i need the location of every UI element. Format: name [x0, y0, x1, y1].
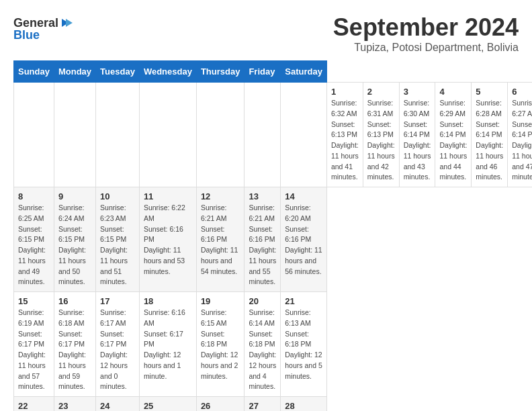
calendar-cell: [14, 83, 54, 187]
day-number: 14: [285, 191, 322, 201]
day-number: 27: [249, 401, 276, 411]
month-title: September 2024: [333, 13, 519, 42]
calendar-cell: [139, 83, 196, 187]
calendar-cell: 10 Sunrise: 6:23 AMSunset: 6:15 PMDaylig…: [96, 187, 140, 292]
day-info: Sunrise: 6:19 AMSunset: 6:17 PMDaylight:…: [18, 308, 50, 392]
calendar-cell: 14 Sunrise: 6:20 AMSunset: 6:16 PMDaylig…: [281, 187, 327, 292]
day-number: 22: [18, 401, 50, 411]
day-info: Sunrise: 6:21 AMSunset: 6:16 PMDaylight:…: [201, 203, 240, 277]
day-number: 19: [201, 296, 240, 306]
day-info: Sunrise: 6:18 AMSunset: 6:17 PMDaylight:…: [58, 308, 91, 392]
day-info: Sunrise: 6:24 AMSunset: 6:15 PMDaylight:…: [58, 203, 91, 287]
calendar-cell: 24 Sunrise: 6:10 AMSunset: 6:19 PMDaylig…: [96, 397, 140, 412]
day-number: 9: [58, 191, 91, 201]
calendar-cell: 16 Sunrise: 6:18 AMSunset: 6:17 PMDaylig…: [54, 292, 95, 397]
day-number: 5: [476, 87, 503, 97]
logo-icon: General Blue: [13, 13, 74, 44]
day-info: Sunrise: 6:27 AMSunset: 6:14 PMDaylight:…: [512, 98, 532, 183]
location-subtitle: Tupiza, Potosi Department, Bolivia: [333, 42, 519, 54]
day-number: 16: [58, 296, 91, 306]
calendar-cell: 4 Sunrise: 6:29 AMSunset: 6:14 PMDayligh…: [435, 83, 472, 187]
day-info: Sunrise: 6:21 AMSunset: 6:16 PMDaylight:…: [249, 203, 276, 287]
col-monday: Monday: [54, 61, 95, 83]
day-number: 15: [18, 296, 50, 306]
day-info: Sunrise: 6:32 AMSunset: 6:13 PMDaylight:…: [331, 98, 359, 183]
page-header: General Blue September 2024 Tupiza, Poto…: [13, 13, 519, 54]
day-number: 12: [201, 191, 240, 201]
day-number: 4: [439, 87, 467, 97]
day-number: 8: [18, 191, 50, 201]
calendar-cell: [281, 83, 327, 187]
day-number: 1: [331, 87, 359, 97]
calendar-cell: 8 Sunrise: 6:25 AMSunset: 6:15 PMDayligh…: [14, 187, 54, 292]
day-number: 25: [144, 401, 192, 411]
day-info: Sunrise: 6:28 AMSunset: 6:14 PMDaylight:…: [476, 98, 503, 183]
calendar-table: Sunday Monday Tuesday Wednesday Thursday…: [13, 60, 532, 411]
calendar-cell: 9 Sunrise: 6:24 AMSunset: 6:15 PMDayligh…: [54, 187, 95, 292]
svg-text:Blue: Blue: [13, 28, 40, 42]
day-info: Sunrise: 6:14 AMSunset: 6:18 PMDaylight:…: [249, 308, 276, 392]
calendar-cell: 17 Sunrise: 6:17 AMSunset: 6:17 PMDaylig…: [96, 292, 140, 397]
calendar-cell: 26 Sunrise: 6:08 AMSunset: 6:19 PMDaylig…: [196, 397, 245, 412]
day-info: Sunrise: 6:30 AMSunset: 6:14 PMDaylight:…: [404, 98, 431, 183]
calendar-cell: [54, 83, 95, 187]
calendar-cell: [196, 83, 245, 187]
day-number: 13: [249, 191, 276, 201]
calendar-cell: 28 Sunrise: 6:06 AMSunset: 6:20 PMDaylig…: [281, 397, 327, 412]
day-info: Sunrise: 6:17 AMSunset: 6:17 PMDaylight:…: [100, 308, 135, 392]
calendar-cell: [96, 83, 140, 187]
day-info: Sunrise: 6:13 AMSunset: 6:18 PMDaylight:…: [285, 308, 322, 381]
day-number: 20: [249, 296, 276, 306]
calendar-cell: 5 Sunrise: 6:28 AMSunset: 6:14 PMDayligh…: [472, 83, 508, 187]
day-number: 24: [100, 401, 135, 411]
day-number: 3: [404, 87, 431, 97]
header-row: Sunday Monday Tuesday Wednesday Thursday…: [14, 61, 533, 83]
calendar-cell: 19 Sunrise: 6:15 AMSunset: 6:18 PMDaylig…: [196, 292, 245, 397]
calendar-cell: 15 Sunrise: 6:19 AMSunset: 6:17 PMDaylig…: [14, 292, 54, 397]
calendar-cell: [245, 83, 281, 187]
day-info: Sunrise: 6:25 AMSunset: 6:15 PMDaylight:…: [18, 203, 50, 287]
calendar-cell: 23 Sunrise: 6:11 AMSunset: 6:19 PMDaylig…: [54, 397, 95, 412]
col-thursday: Thursday: [196, 61, 245, 83]
day-number: 21: [285, 296, 322, 306]
day-info: Sunrise: 6:15 AMSunset: 6:18 PMDaylight:…: [201, 308, 240, 381]
col-saturday: Saturday: [281, 61, 327, 83]
calendar-cell: 1 Sunrise: 6:32 AMSunset: 6:13 PMDayligh…: [326, 83, 363, 187]
day-info: Sunrise: 6:31 AMSunset: 6:13 PMDaylight:…: [367, 98, 395, 183]
calendar-cell: 25 Sunrise: 6:09 AMSunset: 6:19 PMDaylig…: [139, 397, 196, 412]
title-area: September 2024 Tupiza, Potosi Department…: [333, 13, 519, 54]
calendar-cell: 11 Sunrise: 6:22 AMSunset: 6:16 PMDaylig…: [139, 187, 196, 292]
calendar-cell: 27 Sunrise: 6:07 AMSunset: 6:20 PMDaylig…: [245, 397, 281, 412]
calendar-cell: 3 Sunrise: 6:30 AMSunset: 6:14 PMDayligh…: [399, 83, 435, 187]
svg-text:General: General: [13, 16, 58, 30]
logo: General Blue: [13, 13, 74, 44]
day-number: 6: [512, 87, 532, 97]
day-info: Sunrise: 6:20 AMSunset: 6:16 PMDaylight:…: [285, 203, 322, 277]
calendar-cell: 13 Sunrise: 6:21 AMSunset: 6:16 PMDaylig…: [245, 187, 281, 292]
calendar-cell: 22 Sunrise: 6:12 AMSunset: 6:18 PMDaylig…: [14, 397, 54, 412]
day-number: 10: [100, 191, 135, 201]
day-number: 17: [100, 296, 135, 306]
day-number: 26: [201, 401, 240, 411]
calendar-cell: 21 Sunrise: 6:13 AMSunset: 6:18 PMDaylig…: [281, 292, 327, 397]
col-wednesday: Wednesday: [139, 61, 196, 83]
day-number: 28: [285, 401, 322, 411]
day-info: Sunrise: 6:22 AMSunset: 6:16 PMDaylight:…: [144, 203, 192, 277]
col-sunday: Sunday: [14, 61, 54, 83]
svg-marker-3: [66, 19, 73, 27]
col-friday: Friday: [245, 61, 281, 83]
day-number: 2: [367, 87, 395, 97]
col-tuesday: Tuesday: [96, 61, 140, 83]
day-number: 11: [144, 191, 192, 201]
calendar-cell: 12 Sunrise: 6:21 AMSunset: 6:16 PMDaylig…: [196, 187, 245, 292]
day-info: Sunrise: 6:29 AMSunset: 6:14 PMDaylight:…: [439, 98, 467, 183]
calendar-cell: 6 Sunrise: 6:27 AMSunset: 6:14 PMDayligh…: [508, 83, 532, 187]
day-number: 18: [144, 296, 192, 306]
day-number: 23: [58, 401, 91, 411]
calendar-cell: 20 Sunrise: 6:14 AMSunset: 6:18 PMDaylig…: [245, 292, 281, 397]
day-info: Sunrise: 6:23 AMSunset: 6:15 PMDaylight:…: [100, 203, 135, 287]
calendar-cell: 2 Sunrise: 6:31 AMSunset: 6:13 PMDayligh…: [363, 83, 399, 187]
day-info: Sunrise: 6:16 AMSunset: 6:17 PMDaylight:…: [144, 308, 192, 381]
calendar-cell: 18 Sunrise: 6:16 AMSunset: 6:17 PMDaylig…: [139, 292, 196, 397]
